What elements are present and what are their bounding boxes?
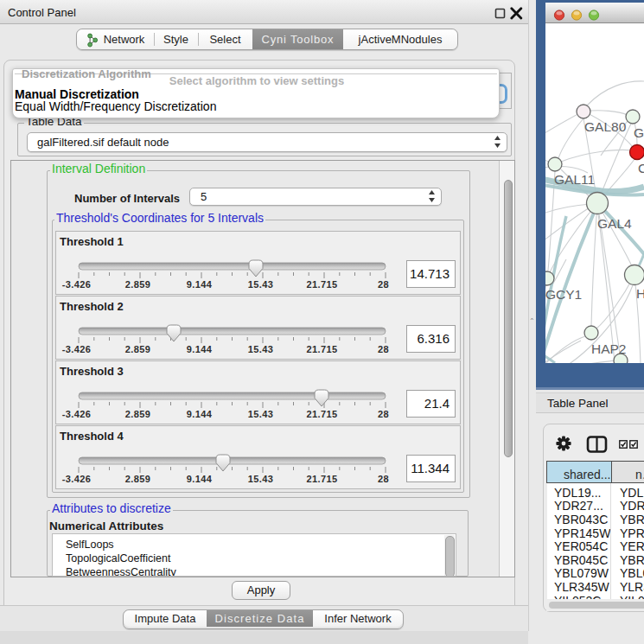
svg-text:28: 28	[378, 344, 389, 354]
svg-text:28: 28	[378, 474, 389, 484]
svg-text:HAP2: HAP2	[591, 341, 627, 356]
svg-text:-3.426: -3.426	[62, 474, 92, 484]
svg-text:GAL80: GAL80	[584, 119, 627, 134]
svg-text:GAL11: GAL11	[554, 172, 595, 187]
svg-text:21.715: 21.715	[306, 279, 337, 290]
svg-text:28: 28	[378, 409, 389, 419]
svg-text:GAL4: GAL4	[597, 216, 632, 231]
svg-text:GCY1: GCY1	[545, 287, 582, 302]
svg-text:28: 28	[378, 279, 389, 290]
svg-text:2.859: 2.859	[125, 344, 151, 354]
svg-text:C: C	[638, 161, 644, 175]
svg-text:H: H	[636, 286, 644, 301]
svg-text:9.144: 9.144	[187, 344, 213, 354]
svg-text:-3.426: -3.426	[62, 344, 92, 354]
svg-text:21.715: 21.715	[306, 409, 337, 419]
svg-text:9.144: 9.144	[187, 474, 213, 484]
svg-text:-3.426: -3.426	[62, 279, 92, 290]
svg-text:G: G	[634, 125, 644, 140]
svg-text:9.144: 9.144	[187, 409, 213, 419]
svg-text:2.859: 2.859	[125, 474, 151, 484]
svg-text:15.43: 15.43	[248, 474, 274, 484]
svg-text:15.43: 15.43	[248, 279, 274, 290]
svg-text:21.715: 21.715	[306, 474, 337, 484]
svg-text:9.144: 9.144	[187, 279, 213, 290]
svg-text:15.43: 15.43	[248, 409, 274, 419]
svg-text:-3.426: -3.426	[62, 409, 92, 419]
svg-text:2.859: 2.859	[125, 409, 151, 419]
svg-text:21.715: 21.715	[306, 344, 337, 354]
svg-text:15.43: 15.43	[248, 344, 274, 354]
svg-text:2.859: 2.859	[125, 279, 151, 290]
